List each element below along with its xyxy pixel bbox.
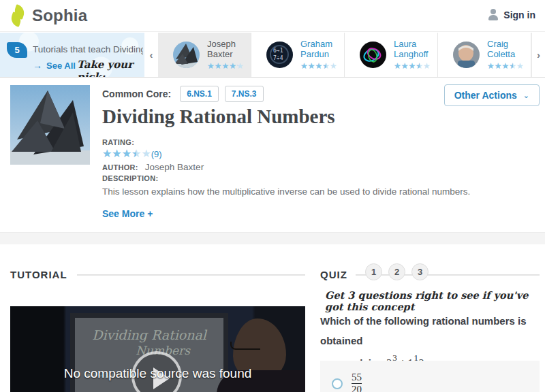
standard-badge-7ns3[interactable]: 7.NS.3 (225, 86, 264, 102)
tutor-card-craig-coletta[interactable]: Craig Coletta ★★★★★★★★★★ (438, 33, 531, 77)
see-all-link[interactable]: → See All (33, 60, 76, 71)
chevron-left-icon: ‹ (150, 49, 153, 61)
common-core-label: Common Core: (102, 88, 171, 99)
tutor-name: Joseph Baxter (207, 39, 251, 60)
brand-name: Sophia (32, 6, 87, 25)
lesson-thumbnail (10, 85, 90, 165)
see-more-link[interactable]: See More + (102, 208, 153, 219)
star-rating: ★★★★★★★★★★ (394, 62, 437, 70)
avatar (360, 42, 386, 68)
tutor-name: Craig Coletta (487, 39, 531, 60)
question-line1: Which of the following rational numbers … (320, 312, 540, 350)
rating-block: RATING: ★★★★★★★★★★ (9) (102, 138, 162, 159)
star-rating: ★★★★★★★★★★ (487, 62, 531, 70)
section-divider (0, 232, 545, 244)
carousel-next-button[interactable]: › (531, 33, 545, 77)
answer-fraction: 5520 (351, 372, 362, 392)
svg-text:6→1: 6→1 (273, 48, 283, 54)
common-core-row: Common Core: 6.NS.1 7.NS.3 (102, 84, 443, 104)
carousel-info-panel: 5 Tutorials that teach Dividing Rati → S… (0, 33, 144, 77)
see-all-label: See All (46, 61, 76, 71)
sign-in-button[interactable]: Sign in (488, 9, 535, 21)
quiz-heading: QUIZ (320, 269, 347, 280)
other-actions-label: Other Actions (454, 90, 517, 101)
carousel-title: Tutorials that teach Dividing Rati (33, 44, 143, 54)
chevron-down-icon: ⌄ (523, 91, 529, 100)
lesson-info-section: Common Core: 6.NS.1 7.NS.3 Other Actions… (0, 78, 545, 232)
sign-in-label: Sign in (503, 10, 535, 20)
author-row: AUTHOR: Joseph Baxter (102, 162, 204, 172)
divider (77, 274, 305, 276)
video-player[interactable]: Dividing Rational Numbers 6/3 ÷ 3/4 = No… (10, 306, 305, 392)
sophia-logo[interactable]: Sophia (10, 5, 87, 26)
standard-badge-6ns1[interactable]: 6.NS.1 (180, 86, 219, 102)
whiteboard-title-line1: Dividing Rational (75, 327, 223, 342)
author-name: Joseph Baxter (145, 162, 204, 172)
author-label: AUTHOR: (102, 163, 138, 172)
description-block: DESCRIPTION: This lesson explains how th… (102, 174, 477, 199)
person-icon (488, 9, 499, 21)
star-rating: ★★★★★★★★★★ (207, 62, 251, 70)
top-header: Sophia Sign in (0, 0, 545, 32)
description-label: DESCRIPTION: (102, 174, 477, 182)
quiz-heading-row: QUIZ (320, 269, 540, 280)
carousel-prev-button[interactable]: ‹ (144, 33, 158, 77)
quiz-step-1[interactable]: 1 (365, 263, 382, 280)
radio-button[interactable] (332, 378, 343, 389)
tutor-card-joseph-baxter[interactable]: Joseph Baxter ★★★★★★★★★★ (158, 33, 251, 77)
video-error-caption: No compatible source was found (10, 366, 305, 381)
rating-count[interactable]: (9) (151, 149, 162, 159)
chevron-right-icon: › (537, 49, 540, 61)
quiz-steps: 1 2 3 (365, 263, 429, 280)
quiz-step-3[interactable]: 3 (411, 263, 429, 280)
rating-label: RATING: (102, 138, 162, 146)
quiz-step-2[interactable]: 2 (388, 263, 405, 280)
tutor-card-laura-langhoff[interactable]: Laura Langhoff ★★★★★★★★★★ (345, 33, 438, 77)
avatar (453, 42, 480, 68)
tutorial-count-badge: 5 (7, 42, 27, 58)
tutorial-heading: TUTORIAL (10, 269, 67, 280)
star-rating: ★★★★★★★★★★ (300, 62, 344, 70)
tutor-name: Graham Pardun (300, 39, 344, 60)
glasses (230, 342, 260, 350)
quiz-instruction: Get 3 questions right to see if you've g… (325, 289, 543, 312)
sophia-logo-icon (10, 5, 27, 26)
tutor-card-graham-pardun[interactable]: 6→1 7÷4 Graham Pardun ★★★★★★★★★★ (251, 33, 345, 77)
avatar: 6→1 7÷4 (266, 42, 293, 68)
svg-text:7÷4: 7÷4 (273, 55, 283, 61)
tutorial-heading-row: TUTORIAL (10, 269, 305, 280)
page: Sophia Sign in 5 Tutorials that teach Di… (0, 0, 545, 392)
lower-section: TUTORIAL Dividing Rational Numbers 6/3 ÷… (0, 244, 545, 392)
answer-option-1[interactable]: 5520 (320, 361, 540, 392)
tutor-carousel: 5 Tutorials that teach Dividing Rati → S… (0, 33, 545, 78)
arrow-right-icon: → (33, 60, 42, 71)
carousel-tagline: Take your pick: (77, 59, 144, 77)
other-actions-button[interactable]: Other Actions ⌄ (444, 84, 540, 106)
page-title: Dividing Rational Numbers (102, 105, 335, 128)
tutor-name: Laura Langhoff (394, 39, 437, 60)
description-text: This lesson explains how the multiplicat… (102, 186, 477, 199)
tutor-cards: Joseph Baxter ★★★★★★★★★★ 6→1 7÷4 Graham … (158, 33, 531, 77)
avatar (173, 42, 200, 68)
star-rating: ★★★★★★★★★★ (102, 148, 151, 159)
